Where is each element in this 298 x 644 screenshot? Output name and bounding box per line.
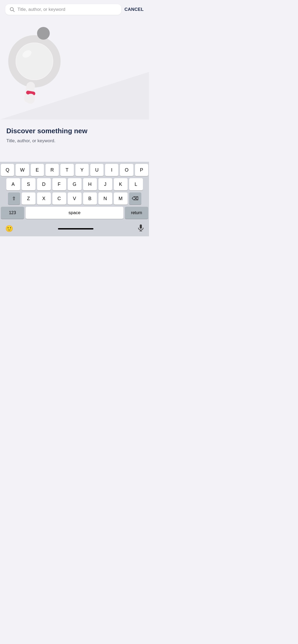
key-n[interactable]: N: [98, 192, 112, 205]
key-u[interactable]: U: [90, 164, 103, 176]
key-d[interactable]: D: [37, 178, 51, 190]
mic-key[interactable]: [138, 224, 144, 233]
key-r[interactable]: R: [46, 164, 59, 176]
key-v[interactable]: V: [68, 192, 82, 205]
gray-dot: [37, 27, 50, 40]
return-key[interactable]: return: [125, 207, 148, 219]
key-s[interactable]: S: [22, 178, 35, 190]
key-e[interactable]: E: [31, 164, 44, 176]
key-c[interactable]: C: [52, 192, 66, 205]
discover-title: Discover something new: [6, 127, 143, 135]
magnifier-illustration: [8, 32, 61, 106]
key-h[interactable]: H: [83, 178, 97, 190]
shift-key[interactable]: ⇧: [8, 192, 20, 205]
keyboard: Q W E R T Y U I O P A S D F G H J K L ⇧ …: [0, 162, 149, 222]
key-f[interactable]: F: [52, 178, 66, 190]
key-b[interactable]: B: [83, 192, 97, 205]
search-input[interactable]: [17, 7, 117, 12]
key-p[interactable]: P: [135, 164, 148, 176]
delete-key[interactable]: ⌫: [129, 192, 141, 205]
keyboard-row-3: ⇧ Z X C V B N M ⌫: [1, 192, 148, 205]
key-t[interactable]: T: [60, 164, 74, 176]
space-key[interactable]: space: [26, 207, 123, 219]
key-o[interactable]: O: [120, 164, 133, 176]
key-a[interactable]: A: [6, 178, 20, 190]
key-k[interactable]: K: [114, 178, 128, 190]
illustration-area: [0, 19, 149, 119]
search-icon: [10, 7, 15, 12]
home-indicator: [58, 228, 93, 229]
key-i[interactable]: I: [105, 164, 118, 176]
keyboard-row-1: Q W E R T Y U I O P: [1, 164, 148, 176]
key-z[interactable]: Z: [22, 192, 35, 205]
key-w[interactable]: W: [16, 164, 29, 176]
search-bar-container: CANCEL: [0, 0, 149, 19]
svg-rect-10: [140, 224, 142, 229]
key-g[interactable]: G: [68, 178, 82, 190]
svg-line-1: [13, 10, 14, 12]
numbers-key[interactable]: 123: [1, 207, 24, 219]
main-content: Discover something new Title, author, or…: [0, 19, 149, 162]
discover-subtitle: Title, author, or keyword.: [6, 138, 143, 144]
keyboard-row-4: 123 space return: [1, 207, 148, 219]
cancel-button[interactable]: CANCEL: [124, 6, 144, 13]
key-x[interactable]: X: [37, 192, 51, 205]
key-j[interactable]: J: [98, 178, 112, 190]
key-q[interactable]: Q: [1, 164, 14, 176]
text-section: Discover something new Title, author, or…: [0, 119, 149, 155]
key-y[interactable]: Y: [75, 164, 89, 176]
key-l[interactable]: L: [129, 178, 143, 190]
key-m[interactable]: M: [114, 192, 128, 205]
search-input-wrapper: [5, 4, 121, 15]
keyboard-row-2: A S D F G H J K L: [1, 178, 148, 190]
bottom-bar: 🙂: [0, 222, 149, 236]
emoji-key[interactable]: 🙂: [5, 225, 13, 232]
